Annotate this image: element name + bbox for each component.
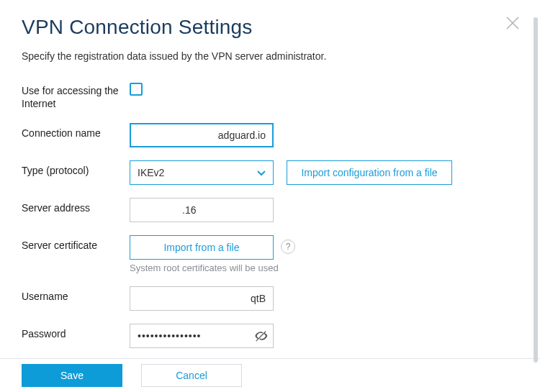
use-internet-checkbox[interactable] (130, 83, 143, 96)
scrollbar[interactable] (534, 17, 538, 363)
dialog-footer: Save Cancel (0, 358, 540, 392)
save-button[interactable]: Save (22, 364, 122, 387)
connection-name-label: Connection name (22, 123, 130, 140)
chevron-down-icon (257, 167, 266, 178)
cancel-button[interactable]: Cancel (141, 364, 242, 387)
type-label: Type (protocol) (22, 160, 130, 178)
protocol-value: IKEv2 (138, 167, 164, 178)
import-cert-button[interactable]: Import from a file (130, 235, 274, 260)
server-cert-label: Server certificate (22, 235, 130, 252)
server-address-input[interactable] (130, 198, 274, 222)
password-label: Password (22, 324, 130, 341)
cert-hint: System root certificates will be used (130, 263, 518, 273)
connection-name-input[interactable] (130, 123, 274, 147)
close-icon[interactable] (504, 14, 521, 32)
vpn-settings-dialog: VPN Connection Settings Specify the regi… (0, 0, 540, 358)
use-internet-label: Use for accessing the Internet (22, 81, 130, 110)
page-subtitle: Specify the registration data issued by … (22, 50, 518, 62)
password-input[interactable] (130, 324, 274, 348)
help-icon[interactable]: ? (281, 240, 295, 254)
import-config-button[interactable]: Import configuration from a file (287, 160, 452, 185)
protocol-select[interactable]: IKEv2 (130, 160, 274, 185)
server-address-label: Server address (22, 198, 130, 215)
username-label: Username (22, 286, 130, 304)
page-title: VPN Connection Settings (22, 16, 518, 39)
eye-off-icon[interactable] (253, 329, 268, 343)
username-input[interactable] (130, 286, 274, 311)
